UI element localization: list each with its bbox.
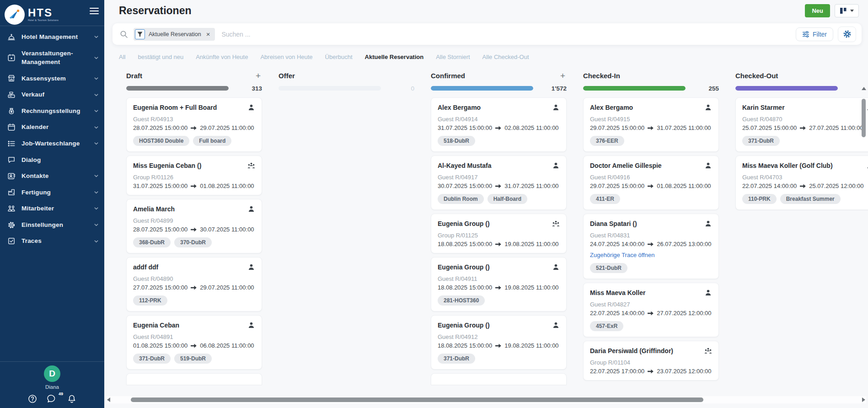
column-title: Offer [279, 72, 295, 80]
date-to: 19.08.2025 11:00:00 [504, 284, 558, 291]
sidebar-item-label: Verkauf [21, 90, 88, 99]
main-content: Reservationen Neu [104, 0, 868, 408]
tab-ankünfte-von-heute[interactable]: Ankünfte von Heute [196, 54, 248, 60]
date-to: 31.07.2025 11:00:00 [657, 124, 711, 131]
reservation-card[interactable]: Eugenia Group () Guest R/04912 18.08.202… [431, 315, 567, 370]
reservation-card[interactable] [126, 373, 262, 385]
kanban-view-icon [840, 7, 847, 14]
sidebar-item-kontakte[interactable]: Kontakte [0, 168, 104, 184]
card-title: Miss Maeva Koller (Golf Club) [742, 161, 833, 170]
sidebar-item-einstellungen[interactable]: Einstellungen [0, 217, 104, 233]
kanban-column-draft: Draft + 313 Eugenia Room + Full Board Gu… [126, 70, 262, 385]
card-title: Alex Bergamo [590, 103, 633, 112]
tab-alle-storniert[interactable]: Alle Storniert [436, 54, 470, 60]
scroll-up-arrow-icon[interactable] [862, 87, 866, 90]
arrow-right-icon [495, 126, 501, 130]
date-from: 27.07.2025 15:00:00 [133, 284, 188, 291]
horizontal-scrollbar[interactable] [106, 396, 866, 403]
app-logo[interactable]: HTS Hotel & Tourism Solutions [5, 5, 59, 25]
card-title: Alex Bergamo [438, 103, 481, 112]
filter-button[interactable]: Filter [796, 27, 833, 41]
new-button[interactable]: Neu [805, 4, 830, 17]
sidebar-item-hotel-management[interactable]: Hotel Management [0, 29, 104, 45]
sidebar-item-mitarbeiter[interactable]: Mitarbeiter [0, 200, 104, 217]
chevron-down-icon [94, 108, 99, 113]
notifications-bell-icon[interactable] [67, 394, 76, 405]
reservation-card[interactable]: Miss Eugenia Ceban () Group R/01126 31.0… [126, 156, 262, 195]
add-card-button[interactable]: + [254, 71, 262, 80]
sidebar-item-kassensystem[interactable]: Kassensystem [0, 70, 104, 87]
reservation-card[interactable]: Amelia March Guest R/04899 28.07.2025 15… [126, 199, 262, 253]
help-icon[interactable] [28, 394, 37, 405]
scroll-left-arrow-icon[interactable] [107, 397, 110, 402]
room-tag: 371-DubR [742, 136, 780, 146]
sidebar-item-label: Rechnungsstellung [21, 107, 88, 116]
search-input[interactable] [221, 31, 795, 38]
sidebar-item-kalender[interactable]: Kalender [0, 119, 104, 135]
reservation-card[interactable] [431, 373, 567, 385]
add-card-button[interactable]: + [559, 71, 567, 80]
reservation-card[interactable]: Diana Spatari () Guest R/04831 24.07.202… [583, 214, 719, 279]
reservation-card[interactable]: Eugenia Group () Group R/01125 18.08.202… [431, 214, 567, 253]
tab-überbucht[interactable]: Überbucht [325, 54, 353, 60]
reservation-card[interactable]: Doctor Amelie Gillespie Guest R/04916 29… [583, 156, 719, 210]
reservation-card[interactable]: Miss Maeva Koller Guest R/04827 22.07.20… [583, 283, 719, 337]
sidebar-item-label: Einstellungen [21, 220, 88, 230]
sidebar-item-verkauf[interactable]: Verkauf [0, 86, 104, 103]
menu-toggle-icon[interactable] [90, 6, 99, 16]
reservation-card[interactable]: Eugenia Ceban Guest R/04891 01.08.2025 1… [126, 315, 262, 370]
reservation-card[interactable]: Daria Persiwald (Griffindor) Group R/011… [583, 341, 719, 381]
card-dates: 24.07.2025 14:00:00 26.07.2025 13:00:00 [590, 241, 712, 247]
reservation-card[interactable]: Eugenia Group () Guest R/04911 18.08.202… [431, 257, 567, 311]
tab-aktuelle-reservation[interactable]: Aktuelle Reservation [365, 54, 424, 60]
card-title: addf ddf [133, 263, 158, 271]
reservation-card[interactable]: Karin Starmer Guest R/04870 25.07.2025 1… [735, 97, 868, 152]
filter-chip[interactable]: Aktuelle Reservation × [134, 28, 215, 41]
sidebar-item-dialog[interactable]: Dialog [0, 152, 104, 168]
messages-icon[interactable]: 49 [47, 394, 57, 405]
tab-all[interactable]: All [119, 54, 125, 60]
reservation-card[interactable]: Alex Bergamo Guest R/04915 29.07.2025 15… [583, 97, 719, 152]
vertical-scroll-thumb[interactable] [862, 99, 866, 137]
card-dates: 18.08.2025 15:00:00 19.08.2025 11:00:00 [438, 342, 560, 349]
kanban-column-confirmed: Confirmed + 1'572 Alex Bergamo Guest R/0… [431, 70, 567, 385]
card-dates: 27.07.2025 15:00:00 29.07.2025 11:00:00 [133, 284, 255, 291]
open-trace-link[interactable]: Zugehörige Trace öffnen [590, 252, 712, 258]
chip-close-icon[interactable]: × [205, 31, 212, 38]
date-to: 01.08.2025 11:00:00 [200, 183, 254, 189]
card-reference: Guest R/04831 [590, 232, 712, 239]
sidebar-item-fertigung[interactable]: Fertigung [0, 184, 104, 201]
sidebar-item-traces[interactable]: Traces [0, 233, 104, 249]
reservation-card[interactable]: Miss Maeva Koller (Golf Club) Guest R/04… [735, 156, 868, 210]
chevron-down-icon [94, 206, 99, 211]
arrow-right-icon [191, 285, 197, 290]
scroll-right-arrow-icon[interactable] [862, 397, 865, 402]
sidebar-item-label: Hotel Management [21, 32, 88, 42]
reservation-card[interactable]: addf ddf Guest R/04890 27.07.2025 15:00:… [126, 257, 262, 311]
column-title: Draft [126, 72, 142, 80]
horizontal-scroll-thumb[interactable] [131, 397, 703, 402]
sidebar-item-veranstaltungen-management[interactable]: Veranstaltungen-Management [0, 45, 104, 70]
card-reference: Group R/01126 [133, 174, 255, 181]
view-switcher-button[interactable] [835, 4, 859, 17]
cash-register-icon [7, 91, 16, 99]
tab-alle-checked-out[interactable]: Alle Checked-Out [482, 54, 529, 60]
card-reference: Guest R/04891 [133, 333, 255, 340]
card-dates: 22.07.2025 14:00:00 25.07.2025 12:00:00 [742, 183, 868, 189]
chevron-down-icon [850, 10, 854, 12]
tab-bestätigt-und-neu[interactable]: bestätigt und neu [138, 54, 183, 60]
date-from: 29.07.2025 15:00:00 [590, 124, 644, 131]
tab-abreisen-von-heute[interactable]: Abreisen von Heute [260, 54, 312, 60]
card-reference: Guest R/04916 [590, 174, 712, 181]
reservation-card[interactable]: Eugenia Room + Full Board Guest R/04913 … [126, 97, 262, 152]
user-name: Diana [0, 384, 104, 390]
reservation-card[interactable]: Al-Kayed Mustafa Guest R/04917 30.07.202… [431, 156, 567, 210]
reservation-card[interactable]: Alex Bergamo Guest R/04914 31.07.2025 15… [431, 97, 567, 152]
chevron-down-icon [94, 173, 99, 178]
settings-gear-button[interactable] [838, 27, 856, 42]
sidebar-item-rechnungsstellung[interactable]: Rechnungsstellung [0, 103, 104, 119]
avatar[interactable]: D [44, 365, 60, 382]
vertical-scrollbar[interactable] [860, 86, 867, 402]
sidebar-item-job-warteschlange[interactable]: Job-Warteschlange [0, 135, 104, 152]
room-tag: 457-ExR [590, 321, 623, 331]
